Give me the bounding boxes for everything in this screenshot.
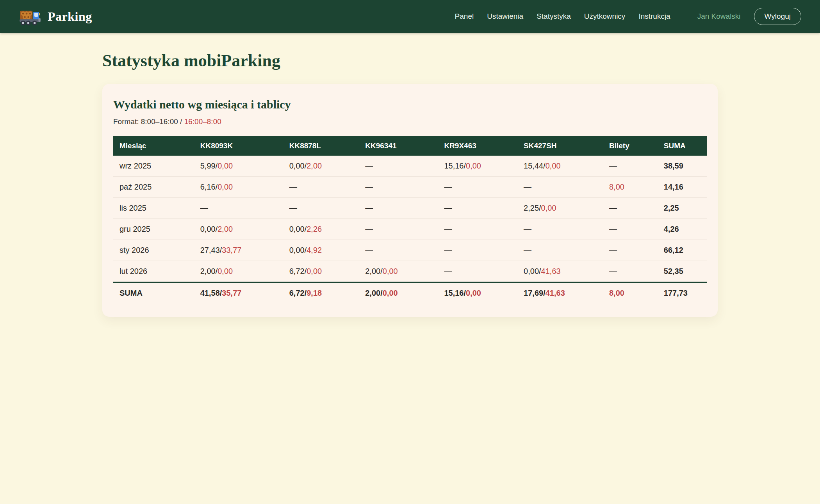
table-row: sty 202627,43/33,770,00/4,92————66,12 <box>113 240 707 261</box>
nav-item-ustawienia[interactable]: Ustawienia <box>487 12 523 21</box>
current-user-name: Jan Kowalski <box>697 12 741 21</box>
col-header-suma: SUMA <box>658 136 707 156</box>
day-night-value: 5,99/0,00 <box>200 161 233 170</box>
plate-cell-2: 0,00/4,92 <box>283 240 359 261</box>
plate-cell-4: — <box>438 177 517 198</box>
col-header-plate-2: KK8878L <box>283 136 359 156</box>
plate-cell-4: — <box>438 261 517 282</box>
footer-label-cell: SUMA <box>113 282 194 304</box>
table-body: wrz 20255,99/0,000,00/2,00—15,16/0,0015,… <box>113 156 707 282</box>
empty-value: — <box>444 225 452 233</box>
month-cell: gru 2025 <box>113 219 194 240</box>
empty-value: — <box>365 246 373 254</box>
expenses-table: Miesiąc KK8093K KK8878L KK96341 KR9X463 … <box>113 136 707 303</box>
card-title: Wydatki netto wg miesiąca i tablicy <box>113 98 707 111</box>
stats-card: Wydatki netto wg miesiąca i tablicy Form… <box>102 84 718 317</box>
empty-value: — <box>444 204 452 212</box>
format-night-label: 16:00–8:00 <box>184 117 221 126</box>
empty-value: — <box>365 204 373 212</box>
plate-cell-3: — <box>359 198 438 219</box>
table-header: Miesiąc KK8093K KK8878L KK96341 KR9X463 … <box>113 136 707 156</box>
bilety-cell: — <box>603 156 658 177</box>
day-night-value: 2,00/0,00 <box>365 267 398 275</box>
day-night-value: 17,69/41,63 <box>524 289 565 297</box>
plate-cell-2: 0,00/2,26 <box>283 219 359 240</box>
col-header-plate-5: SK427SH <box>517 136 603 156</box>
empty-value: — <box>365 161 373 170</box>
nav-item-panel[interactable]: Panel <box>455 12 474 21</box>
nav-links: Panel Ustawienia Statystyka Użytkownicy … <box>455 8 801 25</box>
plate-cell-5: — <box>517 240 603 261</box>
empty-value: — <box>444 267 452 275</box>
truck-logo-icon <box>19 7 41 26</box>
plate-cell-1: 6,16/0,00 <box>194 177 283 198</box>
suma-cell: 38,59 <box>658 156 707 177</box>
empty-value: — <box>289 204 297 212</box>
page-title: Statystyka mobiParking <box>102 51 718 71</box>
suma-cell: 66,12 <box>658 240 707 261</box>
plate-cell-1: 0,00/2,00 <box>194 219 283 240</box>
brand-name: Parking <box>48 9 92 24</box>
day-night-value: 6,16/0,00 <box>200 183 233 191</box>
plate-cell-1: 5,99/0,00 <box>194 156 283 177</box>
month-cell: lis 2025 <box>113 198 194 219</box>
empty-value: — <box>200 204 208 212</box>
col-header-plate-3: KK96341 <box>359 136 438 156</box>
table-row: paź 20256,16/0,00————8,0014,16 <box>113 177 707 198</box>
logout-button[interactable]: Wyloguj <box>754 8 801 25</box>
empty-value: — <box>444 183 452 191</box>
suma-cell: 177,73 <box>658 282 707 304</box>
plate-cell-3: — <box>359 156 438 177</box>
plate-cell-4: — <box>438 198 517 219</box>
table-row: lis 2025————2,25/0,00—2,25 <box>113 198 707 219</box>
plate-cell-4: 15,16/0,00 <box>438 156 517 177</box>
nav-divider <box>684 11 684 22</box>
col-header-month: Miesiąc <box>113 136 194 156</box>
month-cell: paź 2025 <box>113 177 194 198</box>
day-night-value: 2,00/0,00 <box>200 267 233 275</box>
plate-cell-5: 2,25/0,00 <box>517 198 603 219</box>
empty-value: — <box>524 183 531 191</box>
nav-item-statystyka[interactable]: Statystyka <box>537 12 571 21</box>
plate-cell-1: 27,43/33,77 <box>194 240 283 261</box>
plate-cell-4: — <box>438 219 517 240</box>
bilety-cell: 8,00 <box>603 177 658 198</box>
nav-item-uzytkownicy[interactable]: Użytkownicy <box>584 12 626 21</box>
day-night-value: 6,72/0,00 <box>289 267 322 275</box>
nav-item-instrukcja[interactable]: Instrukcja <box>638 12 670 21</box>
month-cell: lut 2026 <box>113 261 194 282</box>
table-row: lut 20262,00/0,006,72/0,002,00/0,00—0,00… <box>113 261 707 282</box>
day-night-value: 6,72/9,18 <box>289 289 322 297</box>
day-night-value: 0,00/41,63 <box>524 267 561 275</box>
plate-cell-3: — <box>359 177 438 198</box>
suma-cell: 2,25 <box>658 198 707 219</box>
plate-cell-4: 15,16/0,00 <box>438 282 517 304</box>
table-footer-row: SUMA41,58/35,776,72/9,182,00/0,0015,16/0… <box>113 282 707 304</box>
brand-link[interactable]: Parking <box>19 7 92 26</box>
month-cell: sty 2026 <box>113 240 194 261</box>
plate-cell-2: 6,72/0,00 <box>283 261 359 282</box>
empty-value: — <box>524 246 531 254</box>
plate-cell-5: 0,00/41,63 <box>517 261 603 282</box>
empty-value: — <box>365 183 373 191</box>
day-night-value: 15,44/0,00 <box>524 161 561 170</box>
day-night-value: 0,00/2,26 <box>289 225 322 233</box>
empty-value: — <box>289 183 297 191</box>
plate-cell-2: 6,72/9,18 <box>283 282 359 304</box>
plate-cell-1: 2,00/0,00 <box>194 261 283 282</box>
bilety-cell: — <box>603 219 658 240</box>
day-night-value: 0,00/2,00 <box>200 225 233 233</box>
plate-cell-2: — <box>283 177 359 198</box>
day-night-value: 0,00/4,92 <box>289 246 322 254</box>
plate-cell-5: — <box>517 177 603 198</box>
plate-cell-5: 15,44/0,00 <box>517 156 603 177</box>
plate-cell-5: — <box>517 219 603 240</box>
col-header-plate-1: KK8093K <box>194 136 283 156</box>
bilety-cell: — <box>603 198 658 219</box>
plate-cell-4: — <box>438 240 517 261</box>
empty-value: — <box>524 225 531 233</box>
col-header-bilety: Bilety <box>603 136 658 156</box>
table-header-row: Miesiąc KK8093K KK8878L KK96341 KR9X463 … <box>113 136 707 156</box>
suma-cell: 4,26 <box>658 219 707 240</box>
month-cell: wrz 2025 <box>113 156 194 177</box>
